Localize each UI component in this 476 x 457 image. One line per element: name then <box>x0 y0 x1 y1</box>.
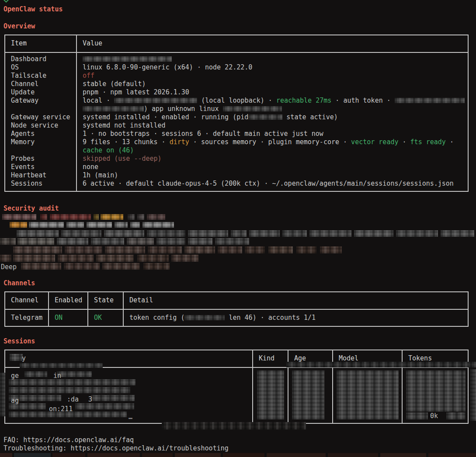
text-segment: · auth token · <box>331 97 395 104</box>
redacted-block <box>223 453 264 457</box>
channels-column-header: Channel <box>5 292 49 309</box>
redacted-block <box>143 263 170 270</box>
text-segment: len 46) · accounts 1/1 <box>225 314 316 322</box>
bottom-redacted-strip <box>0 453 476 457</box>
redacted-block <box>14 453 51 457</box>
overview-row: Probesskipped (use --deep) <box>5 155 468 163</box>
overview-item-label: Tailscale <box>5 72 76 80</box>
redacted-block <box>115 222 128 228</box>
overview-item-label: Events <box>5 163 76 171</box>
redacted-text <box>83 56 172 62</box>
value-line: skipped (use --deep) <box>83 155 468 163</box>
security-audit-redacted-content: Deep <box>0 213 476 271</box>
sessions-redacted-cell <box>288 367 333 423</box>
redacted-block <box>380 453 426 457</box>
value-line <box>83 55 468 63</box>
text-segment: 1h (main) <box>83 171 118 179</box>
overview-row: Heartbeat1h (main) <box>5 171 468 180</box>
footer-links: FAQ: https://docs.openclaw.ai/faq Troubl… <box>3 436 229 453</box>
value-line: linux 6.8.0-90-generic (x64) · node 22.2… <box>83 63 468 72</box>
redacted-block <box>147 214 165 220</box>
redacted-block <box>66 222 84 228</box>
troubleshooting-link[interactable]: Troubleshooting: https://docs.openclaw.a… <box>3 444 229 453</box>
value-line: 1h (main) <box>83 171 468 180</box>
overview-column-header: Item <box>5 35 76 52</box>
redacted-block <box>137 214 144 220</box>
channel-state-cell: OK <box>88 309 123 326</box>
text-segment: stable (default) <box>83 80 146 88</box>
redacted-block <box>2 214 36 220</box>
redaction-smudge <box>20 363 103 368</box>
overview-item-value <box>76 52 468 63</box>
channels-row: TelegramONOKtoken config ( len 46) · acc… <box>5 309 468 326</box>
redacted-block <box>0 255 11 262</box>
redaction-smudge <box>0 373 5 416</box>
redacted-block <box>104 230 144 237</box>
sessions-table: yKindAgeModelTokens geinag:da3on:211…0k <box>4 350 469 424</box>
redacted-block <box>296 246 316 253</box>
redacted-text <box>114 98 197 103</box>
value-line: 1 · no bootstraps · sessions 6 · default… <box>83 130 468 138</box>
text-segment: token config ( <box>129 314 184 322</box>
redaction-smudge <box>162 422 306 429</box>
redacted-block <box>87 222 112 228</box>
redacted-block <box>101 214 123 220</box>
redacted-block <box>137 255 169 262</box>
text-segment: 1 · no bootstraps · sessions 6 · default… <box>83 130 323 138</box>
redacted-block <box>268 246 293 253</box>
overview-item-label: Agents <box>5 130 76 138</box>
redacted-cell-fragment: 0k <box>430 412 438 420</box>
redacted-block <box>91 238 124 245</box>
channels-column-header: Enabled <box>49 292 88 309</box>
text-segment: ON <box>55 314 63 322</box>
redacted-block <box>130 222 140 228</box>
text-segment: · <box>446 138 454 146</box>
redacted-block <box>218 246 242 253</box>
redacted-block <box>175 453 221 457</box>
text-segment: · sources memory · plugin memory-core · <box>189 138 351 146</box>
redacted-block <box>282 230 307 237</box>
redacted-block <box>57 238 88 245</box>
value-line: local · (local loopback) · reachable 27m… <box>83 97 468 105</box>
channel-enabled-cell: ON <box>49 309 88 326</box>
redacted-block <box>142 222 174 228</box>
redacted-block <box>142 453 173 457</box>
redacted-block <box>58 255 94 262</box>
text-segment: reachable 27ms <box>276 97 331 104</box>
value-line: pnpm · npm latest 2026.1.30 <box>83 88 468 97</box>
redacted-block <box>309 230 351 237</box>
redacted-text <box>395 98 465 103</box>
value-line: none <box>83 163 468 171</box>
redacted-line-fragment: Deep <box>1 263 17 271</box>
redacted-block <box>65 246 102 253</box>
redacted-block <box>10 222 27 228</box>
text-segment: dirty <box>170 138 189 146</box>
overview-item-label: Sessions <box>5 180 76 191</box>
value-line: 6 active · default claude-opus-4-5 (200k… <box>83 180 468 188</box>
redacted-block <box>52 453 85 457</box>
redacted-block <box>171 255 198 262</box>
value-line: ) app unknown linux <box>83 105 468 113</box>
redacted-block <box>127 238 154 245</box>
redacted-block <box>320 246 342 253</box>
faq-link[interactable]: FAQ: https://docs.openclaw.ai/faq <box>3 436 229 444</box>
overview-row: Agents1 · no bootstraps · sessions 6 · d… <box>5 130 468 138</box>
redacted-cell-fragment: on:211 <box>49 405 73 413</box>
redacted-block <box>29 222 64 228</box>
overview-item-label: Gateway <box>5 97 76 113</box>
value-line: systemd installed · enabled · running (p… <box>83 113 468 121</box>
channels-heading: Channels <box>3 279 35 287</box>
page-title: OpenClaw status <box>3 5 63 14</box>
redacted-block <box>102 263 140 270</box>
sessions-redacted-cell: geinag:da3on:211… <box>5 367 253 423</box>
redacted-block <box>17 238 54 245</box>
value-line: cache on (46) <box>83 146 468 155</box>
overview-item-value: systemd installed · enabled · running (p… <box>76 113 468 121</box>
text-segment: (local loopback) · <box>197 97 276 104</box>
redacted-block <box>428 453 476 457</box>
text-segment: fts ready <box>410 138 446 146</box>
redacted-block <box>245 246 265 253</box>
value-line: 9 files · 13 chunks · dirty · sources me… <box>83 138 468 146</box>
overview-item-value: linux 6.8.0-90-generic (x64) · node 22.2… <box>76 63 468 72</box>
redacted-block <box>61 230 101 237</box>
